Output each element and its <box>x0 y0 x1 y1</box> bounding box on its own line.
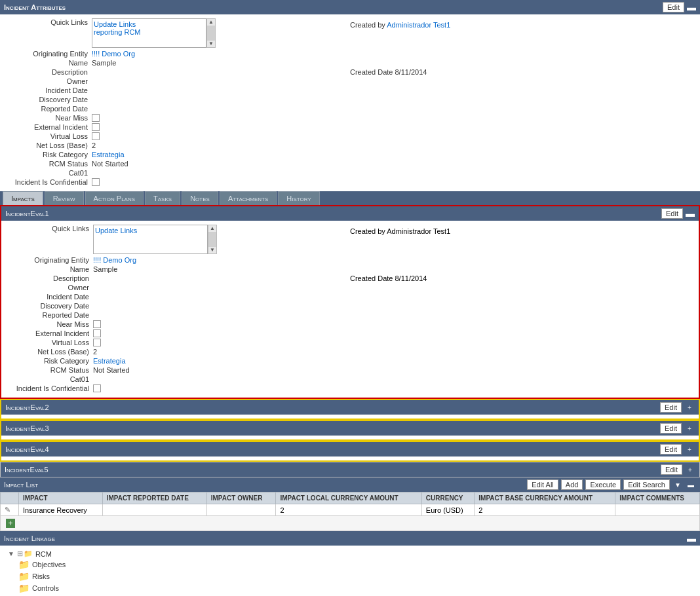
th-impact: Impact <box>19 493 103 504</box>
eval4-collapse-button[interactable]: + <box>684 444 695 455</box>
near-miss-checkbox[interactable] <box>92 114 100 122</box>
eval4-content-collapsed <box>1 456 699 460</box>
eval1-virtual-loss-checkbox[interactable] <box>93 339 101 346</box>
eval1-title: IncidentEval1 <box>5 210 49 217</box>
eval4-section: IncidentEval4 Edit + <box>0 441 700 462</box>
eval3-title: IncidentEval3 <box>5 424 49 432</box>
edit-all-button[interactable]: Edit All <box>527 479 558 490</box>
eval1-near-miss-checkbox[interactable] <box>93 320 101 328</box>
incident-edit-button[interactable]: Edit <box>663 2 684 12</box>
incident-attributes-actions: Edit ▬ <box>663 2 696 12</box>
tab-attachments[interactable]: Attachments <box>220 191 277 205</box>
near-miss-label: Near Miss <box>7 114 92 122</box>
controls-label: Controls <box>32 584 59 592</box>
th-actions <box>1 493 19 504</box>
eval5-collapse-button[interactable]: + <box>685 464 695 475</box>
eval2-title: IncidentEval2 <box>5 403 49 411</box>
reporting-rcm-link[interactable]: reporting RCM <box>94 28 204 36</box>
row-edit-icon[interactable]: ✎ <box>5 506 10 514</box>
eval3-edit-button[interactable]: Edit <box>660 423 682 434</box>
eval1-risk-category: Estrategia <box>93 357 126 365</box>
virtual-loss-checkbox[interactable] <box>92 132 100 140</box>
form-right-col: Created by Administrador Test1 Created D… <box>350 18 693 187</box>
eval1-edit-button[interactable]: Edit <box>661 208 683 219</box>
originating-entity-value: !!!! Demo Org <box>92 50 135 58</box>
quick-links-box[interactable]: Update Links reporting RCM <box>92 18 206 48</box>
tree-item-controls: 📁 Controls <box>8 583 692 593</box>
tab-review[interactable]: Review <box>45 191 84 205</box>
tab-tasks[interactable]: Tasks <box>145 191 180 205</box>
eval1-owner-row: Owner <box>8 284 350 291</box>
update-links-link[interactable]: Update Links <box>94 20 204 28</box>
eval4-edit-button[interactable]: Edit <box>660 444 682 455</box>
tab-history[interactable]: History <box>278 191 319 205</box>
execute-button[interactable]: Execute <box>585 479 621 490</box>
incident-linkage-section: Incident Linkage ▬ ▼ ⊞ 📁 RCM 📁 Objective… <box>0 531 700 596</box>
eval3-collapse-button[interactable]: + <box>684 423 695 434</box>
incident-collapse-icon[interactable]: ▬ <box>687 2 696 12</box>
add-row: + <box>1 516 700 531</box>
linkage-collapse-icon[interactable]: ▬ <box>687 533 696 544</box>
eval1-collapse-icon[interactable]: ▬ <box>686 208 695 219</box>
eval3-header: IncidentEval3 Edit + <box>1 421 699 436</box>
cat01-row: Cat01 <box>7 169 350 177</box>
name-value: Sample <box>92 59 116 67</box>
eval1-quick-links-box[interactable]: Update Links <box>93 225 208 254</box>
eval5-edit-button[interactable]: Edit <box>661 464 682 475</box>
tab-impacts[interactable]: Impacts <box>3 191 43 205</box>
name-row: Name Sample <box>7 59 350 67</box>
eval1-originating-entity: !!!! Demo Org <box>93 256 136 264</box>
eval1-originating-entity-row: Originating Entity !!!! Demo Org <box>8 256 350 264</box>
eval1-section: IncidentEval1 Edit ▬ Quick Links Update … <box>0 205 700 399</box>
created-by-text: Created by Administrador Test1 <box>350 21 450 29</box>
scroll-down-arrow[interactable]: ▼ <box>208 41 214 47</box>
eval2-edit-button[interactable]: Edit <box>660 402 682 413</box>
add-row-button[interactable]: + <box>6 519 15 528</box>
linkage-collapse: ▬ <box>687 533 696 544</box>
eval1-confidential-checkbox[interactable] <box>93 384 101 392</box>
eval1-update-links[interactable]: Update Links <box>95 227 206 234</box>
scroll-up-arrow[interactable]: ▲ <box>208 19 214 26</box>
eval1-scrollbar[interactable]: ▲ ▼ <box>208 225 217 254</box>
add-button[interactable]: Add <box>561 479 583 490</box>
eval1-external-incident-checkbox[interactable] <box>93 329 101 337</box>
risk-category-label: Risk Category <box>7 151 92 158</box>
eval2-header-right: Edit + <box>660 402 695 413</box>
linkage-title: Incident Linkage <box>4 534 55 542</box>
incident-confidential-checkbox[interactable] <box>92 178 100 186</box>
eval2-collapse-button[interactable]: + <box>684 402 695 413</box>
tab-notes[interactable]: Notes <box>182 191 218 205</box>
external-incident-row: External Incident <box>7 123 350 131</box>
table-row: ✎ Insurance Recovery 2 Euro (USD) 2 <box>1 504 700 516</box>
eval1-discovery-date-row: Discovery Date <box>8 302 350 310</box>
tree-node-icons: ⊞ 📁 <box>17 549 33 558</box>
eval1-net-loss-row: Net Loss (Base) 2 <box>8 348 350 356</box>
impact-list-collapse[interactable]: ▬ <box>686 479 696 490</box>
incident-confidential-row: Incident Is Confidential <box>7 178 350 186</box>
originating-entity-row: Originating Entity !!!! Demo Org <box>7 50 350 58</box>
tree-expand-icon[interactable]: ▼ <box>8 550 14 557</box>
impact-list-dropdown[interactable]: ▼ <box>672 479 683 490</box>
eval1-rcm-status: Not Started <box>93 366 130 374</box>
impact-list-section: Impact List Edit All Add Execute Edit Se… <box>0 477 700 531</box>
local-amount-cell: 2 <box>276 504 421 516</box>
eval1-right-col: Created by Administrador Test1 Created D… <box>350 225 692 394</box>
owner-label: Owner <box>7 77 92 85</box>
reported-date-row: Reported Date <box>7 105 350 113</box>
external-incident-checkbox[interactable] <box>92 123 100 131</box>
eval5-section: IncidentEval5 Edit + <box>0 462 700 477</box>
quicklinks-scrollbar[interactable]: ▲ ▼ <box>206 18 216 48</box>
eval1-reported-date-row: Reported Date <box>8 311 350 319</box>
eval1-header-right: Edit ▬ <box>661 208 695 219</box>
quick-links-label: Quick Links <box>7 18 92 26</box>
tree-item-risks: 📁 Risks <box>8 571 692 582</box>
rcm-status-row: RCM Status Not Started <box>7 160 350 168</box>
name-label: Name <box>7 59 92 67</box>
folder-icon: 📁 <box>24 549 33 558</box>
description-label: Description <box>7 68 92 76</box>
impact-table-header-row: Impact Impact Reported Date Impact Owner… <box>1 493 700 504</box>
incident-attributes-title: Incident Attributes <box>4 3 66 11</box>
tab-action-plans[interactable]: Action Plans <box>85 191 144 205</box>
net-loss-label: Net Loss (Base) <box>7 141 92 149</box>
edit-search-button[interactable]: Edit Search <box>623 479 670 490</box>
